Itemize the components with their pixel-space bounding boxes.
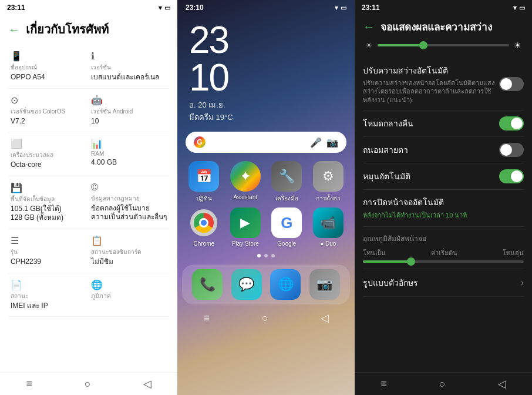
search-bar[interactable]: G 🎤 📷: [186, 132, 346, 153]
slider-options: โทนเย็น ค่าเริ่มต้น โทนอุ่น: [363, 247, 524, 258]
app-assistant[interactable]: ✦ Assistant: [227, 161, 264, 203]
ram-icon: 📊: [91, 138, 167, 149]
android-value: 10: [91, 117, 167, 126]
home-nav-p3[interactable]: ○: [439, 378, 446, 390]
auto-brightness-toggle[interactable]: [499, 77, 524, 91]
back-nav-icon[interactable]: ◁: [143, 377, 151, 390]
app-google[interactable]: G Google: [268, 207, 305, 247]
tone-default-label: ค่าเริ่มต้น: [431, 247, 457, 258]
statusbar-panel1: 23:11 ▾ ▭: [0, 0, 177, 15]
back-nav-p2[interactable]: ◁: [321, 312, 329, 324]
version-value: เบสแบนด์และเคอร์เนล: [91, 73, 167, 82]
coloros-item[interactable]: ⊙ เวอร์ชั่นของ ColorOS V7.2: [8, 89, 89, 133]
coloros-value: V7.2: [11, 117, 86, 126]
display-header: ← จอแสดงผลและความสว่าง: [355, 15, 532, 41]
cpu-value: Octa-core: [11, 160, 86, 170]
tone-warm-label: โทนอุ่น: [503, 247, 524, 258]
lens-icon[interactable]: 📷: [326, 137, 338, 148]
clock-time: 2310: [189, 21, 343, 96]
status-item[interactable]: 📄 สถานะ IMEI และ IP: [8, 273, 89, 317]
app-chrome[interactable]: Chrome: [186, 207, 223, 247]
auto-brightness-item: ปรับความสว่างอัตโนมัติ ปรับความสว่างของห…: [363, 58, 524, 111]
auto-rotate-toggle[interactable]: [499, 169, 524, 183]
dock-camera[interactable]: 📷: [308, 269, 342, 300]
mic-icon[interactable]: 🎤: [310, 137, 322, 148]
ram-item[interactable]: 📊 RAM 4.00 GB: [89, 132, 169, 176]
chrome-center: [199, 218, 208, 227]
battery-icon-p3: ▭: [519, 4, 525, 12]
dock-browser[interactable]: 🌐: [268, 269, 303, 300]
auto-lock-item[interactable]: การปิดหน้าจออัตโนมัติ หลังจากไม่ได้ทำงาน…: [363, 190, 524, 227]
dot-3: [271, 254, 275, 257]
status-icons-panel1: ▾ ▭: [159, 4, 170, 12]
eye-comfort-toggle[interactable]: [499, 143, 524, 157]
dock-messages[interactable]: 💬: [230, 269, 264, 300]
auto-brightness-label: ปรับความสว่างอัตโนมัติ: [363, 64, 494, 77]
region-item[interactable]: 🌐 ภูมิภาค: [89, 273, 169, 317]
dot-1: [257, 254, 261, 257]
device-name-value: OPPO A54: [11, 73, 86, 82]
app-grid-row2: Chrome ▶ Play Store G Google 📹 ● Duo: [177, 205, 355, 249]
cpu-icon: ⬜: [11, 138, 86, 149]
menu-nav-p3[interactable]: ≡: [381, 378, 387, 390]
google-label: Google: [277, 240, 296, 247]
legal-value: ข้อตกลงผู้ใช้โนบายความเป็นส่วนตัวและอื่น…: [91, 204, 167, 222]
calendar-icon: 📅: [188, 161, 219, 192]
auto-rotate-label: หมุนอัตโนมัติ: [363, 170, 410, 183]
legal-item[interactable]: © ข้อมูลทางกฎหมาย ข้อตกลงผู้ใช้โนบายความ…: [89, 176, 169, 229]
ram-value: 4.00 GB: [91, 158, 167, 168]
home-nav-icon[interactable]: ○: [85, 378, 91, 390]
nav-panel2: ≡ ○ ◁: [177, 307, 355, 329]
app-settings[interactable]: ⚙ การตั้งค่า: [310, 161, 347, 203]
page-dots: [177, 254, 355, 257]
touch-temp-track[interactable]: [363, 260, 524, 263]
sim-item[interactable]: 📋 สถานะของซิมการ์ด ไม่มีซิม: [89, 229, 169, 273]
chrome-inner: [190, 209, 217, 236]
sim-value: ไม่มีซิม: [91, 257, 167, 267]
menu-nav-p2[interactable]: ≡: [203, 312, 210, 324]
touch-temp-fill: [363, 260, 411, 263]
home-nav-p2[interactable]: ○: [262, 312, 268, 324]
status-label: สถานะ: [11, 292, 86, 300]
app-calendar[interactable]: 📅 ปฏิทิน: [186, 161, 223, 203]
auto-lock-sub: หลังจากไม่ได้ทำงานเป็นเวลา 10 นาที: [363, 210, 524, 220]
display-content: ☀ ☀ ปรับความสว่างอัตโนมัติ ปรับความสว่าง…: [355, 41, 532, 372]
app-tools[interactable]: 🔧 เครื่องมือ: [268, 161, 305, 203]
region-label: ภูมิภาค: [91, 292, 167, 300]
back-nav-p3[interactable]: ◁: [498, 377, 506, 390]
clock-date: อ. 20 เม.ย.มีดครีม 19°C: [189, 99, 343, 123]
night-mode-label: โหมดกลางคืน: [363, 117, 413, 130]
app-duo[interactable]: 📹 ● Duo: [310, 207, 347, 247]
panel-home-screen: 23:10 ▾ ▭ 2310 อ. 20 เม.ย.มีดครีม 19°C G…: [177, 0, 355, 395]
storage-item[interactable]: 💾 พื้นที่จัดเก็บข้อมูล 105.1 GB(ใช้ได้)1…: [8, 176, 89, 229]
storage-value: 105.1 GB(ใช้ได้)128 GB (ทั้งหมด): [11, 205, 86, 223]
version-item[interactable]: ℹ เวอร์ชั่น เบสแบนด์และเคอร์เนล: [89, 45, 169, 89]
cpu-item[interactable]: ⬜ เครื่องประมวลผล Octa-core: [8, 132, 89, 176]
auto-brightness-toggle-thumb: [500, 78, 512, 90]
assistant-icon: ✦: [230, 161, 261, 192]
android-item[interactable]: 🤖 เวอร์ชั่น Android 10: [89, 89, 169, 133]
menu-nav-icon[interactable]: ≡: [26, 378, 32, 390]
time-panel3: 23:11: [362, 4, 380, 12]
eye-comfort-row: ถนอมสายตา: [363, 143, 524, 157]
device-name-item[interactable]: 📱 ชื่ออุปกรณ์ OPPO A54: [8, 45, 89, 89]
night-mode-toggle[interactable]: [499, 116, 524, 130]
night-mode-toggle-thumb: [511, 118, 523, 129]
model-item[interactable]: ☰ รุ่น CPH2239: [8, 229, 89, 273]
status-icons-panel2: ▾ ▭: [335, 4, 346, 12]
auto-brightness-text: ปรับความสว่างอัตโนมัติ ปรับความสว่างของห…: [363, 64, 494, 104]
region-icon: 🌐: [91, 279, 167, 290]
model-value: CPH2239: [11, 257, 86, 267]
chrome-icon: [188, 207, 219, 238]
night-mode-row: โหมดกลางคืน: [363, 116, 524, 130]
brightness-thumb: [419, 41, 427, 49]
back-button-panel1[interactable]: ←: [8, 23, 20, 36]
touch-temp-thumb: [407, 257, 415, 266]
dock-phone[interactable]: 📞: [190, 269, 225, 300]
app-playstore[interactable]: ▶ Play Store: [227, 207, 264, 247]
brightness-track[interactable]: [378, 44, 509, 46]
model-icon: ☰: [11, 235, 86, 246]
font-style-item[interactable]: รูปแบบตัวอักษร ›: [363, 269, 524, 297]
tone-cool-label: โทนเย็น: [363, 247, 386, 258]
back-button-panel3[interactable]: ←: [363, 20, 375, 34]
